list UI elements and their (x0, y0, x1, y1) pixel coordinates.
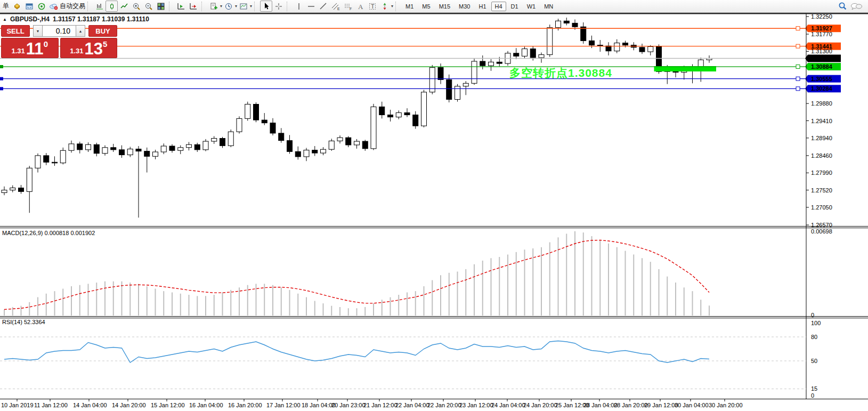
search-icon[interactable] (837, 1, 849, 12)
time-axis-label: 22 Jan 04:00 (395, 402, 429, 408)
text-icon[interactable]: A (354, 1, 366, 12)
line-left-anchor (0, 87, 3, 90)
pivot-annotation[interactable]: 多空转折点1.30884 (509, 66, 612, 80)
svg-text:T: T (371, 3, 375, 10)
rsi-line (4, 341, 709, 363)
timeframe-button-MN[interactable]: MN (540, 2, 557, 11)
svg-text:F: F (350, 7, 352, 11)
fibonacci-icon[interactable]: F (342, 1, 354, 12)
rsi-axis-label: 80 (811, 334, 817, 340)
time-axis-label: 16 Jan 04:00 (189, 402, 223, 408)
timeframe-group: M1M5M15M30H1H4D1W1MN (401, 2, 557, 11)
timeframe-button-D1[interactable]: D1 (507, 2, 522, 11)
arrows-caret-icon[interactable]: ▾ (391, 4, 393, 9)
buy-price-main: 13 (84, 42, 102, 56)
time-axis-label: 10 Jan 2019 (1, 402, 34, 408)
collapse-icon[interactable]: ▲ (3, 17, 7, 22)
pane-separator (0, 228, 868, 228)
time-axis-label: 24 Jan 04:00 (491, 402, 525, 408)
volume-up-button[interactable]: ▲ (76, 25, 85, 37)
macd-min-label: 0 (811, 312, 814, 318)
rsi-axis-label: 0 (811, 392, 814, 399)
autotrading-label[interactable]: 自动交易 (60, 2, 85, 11)
time-axis-label: 29 Jan 12:00 (644, 402, 678, 408)
candlestick-chart-icon[interactable] (106, 1, 118, 12)
svg-text:E: E (337, 7, 340, 11)
timeframe-button-H1[interactable]: H1 (475, 2, 490, 11)
time-axis-label: 28 Jan 20:00 (614, 402, 648, 408)
sell-button[interactable]: SELL (1, 25, 30, 37)
timeframe-button-M5[interactable]: M5 (418, 2, 434, 11)
history-center-icon[interactable] (11, 1, 23, 12)
toolbar-separator (169, 2, 173, 11)
zoom-in-icon[interactable] (130, 1, 142, 12)
signals-icon[interactable] (35, 1, 47, 12)
chart-shift-icon[interactable] (187, 1, 199, 12)
indicators-icon[interactable] (207, 1, 220, 12)
chart-window[interactable]: 1.319271.314411.311101.308841.305551.302… (0, 13, 868, 411)
trendline-icon[interactable] (317, 1, 329, 12)
text-label-icon[interactable]: T (366, 1, 378, 12)
bar-chart-icon[interactable] (93, 1, 106, 12)
zoom-out-icon[interactable] (142, 1, 155, 12)
time-axis-label: 22 Jan 20:00 (427, 402, 461, 408)
toolbar-separator (287, 2, 291, 11)
price-axis-label: 1.32250 (811, 13, 832, 20)
price-tag-label: 1.30555 (811, 76, 832, 82)
price-tag-label: 1.31110 (811, 55, 832, 61)
cursor-icon[interactable] (260, 1, 272, 12)
line-right-handle (796, 27, 800, 30)
volume-input[interactable]: 0.10 (43, 25, 76, 37)
timeframe-button-M1[interactable]: M1 (402, 2, 417, 11)
time-axis-label: 14 Jan 20:00 (112, 402, 146, 408)
line-left-anchor (0, 77, 3, 80)
pane-separator (0, 318, 868, 318)
new-order-partial-button[interactable]: 单 (1, 1, 11, 12)
chart-canvas[interactable]: 1.319271.314411.311101.308841.305551.302… (0, 13, 868, 411)
arrows-icon[interactable] (378, 1, 391, 12)
periods-icon[interactable] (222, 1, 234, 12)
auto-scroll-icon[interactable] (175, 1, 187, 12)
templates-caret-icon[interactable]: ▾ (250, 4, 252, 9)
rsi-axis-label: 50 (811, 358, 817, 364)
equidistant-channel-icon[interactable]: E (329, 1, 342, 12)
price-axis-label: 1.31300 (811, 48, 832, 54)
timeframe-button-M30[interactable]: M30 (455, 2, 474, 11)
timeframe-button-H4[interactable]: H4 (491, 2, 506, 11)
chart-header: ▲ GBPUSD-,H4 1.31157 1.31187 1.31039 1.3… (3, 15, 149, 23)
timeframe-button-W1[interactable]: W1 (523, 2, 540, 11)
toolbar-separator (87, 2, 92, 11)
sell-price-block[interactable]: 1.31 11 0 (1, 38, 59, 58)
autotrading-icon[interactable] (47, 1, 60, 12)
line-right-handle (796, 44, 800, 48)
buy-button[interactable]: BUY (88, 25, 117, 37)
line-right-handle (796, 77, 800, 80)
metaeditor-icon[interactable] (23, 1, 35, 12)
tile-windows-icon[interactable] (155, 1, 167, 12)
time-axis-label: 30 Jan 20:00 (709, 402, 743, 408)
templates-icon[interactable] (237, 1, 249, 12)
time-axis-label: 23 Jan 12:00 (459, 402, 493, 408)
price-axis-label: 1.26570 (811, 222, 832, 228)
timeframe-button-M15[interactable]: M15 (435, 2, 454, 11)
time-axis-label: 18 Jan 04:00 (302, 402, 336, 408)
pane-separator (0, 226, 868, 227)
price-axis-label: 1.29410 (811, 118, 832, 124)
sell-price-pip: 0 (44, 39, 48, 49)
chart-bottom-border (0, 399, 868, 399)
crosshair-icon[interactable] (272, 1, 285, 12)
rsi-axis-label: 15 (811, 385, 817, 392)
vertical-line-icon[interactable] (293, 1, 305, 12)
line-chart-icon[interactable] (118, 1, 130, 12)
buy-price-block[interactable]: 1.31 13 5 (60, 38, 118, 58)
horizontal-line-icon[interactable] (305, 1, 317, 12)
pane-separator (0, 316, 868, 317)
chat-icon[interactable] (849, 1, 864, 12)
time-axis-label: 11 Jan 12:00 (34, 402, 68, 408)
time-axis-label: 30 Jan 04:00 (675, 402, 709, 408)
rsi-label: RSI(14) 52.3364 (2, 319, 45, 325)
volume-down-button[interactable]: ▼ (33, 25, 43, 37)
toolbar-separator (254, 2, 258, 11)
time-axis-label: 14 Jan 04:00 (73, 402, 107, 408)
macd-signal-line (4, 240, 709, 310)
